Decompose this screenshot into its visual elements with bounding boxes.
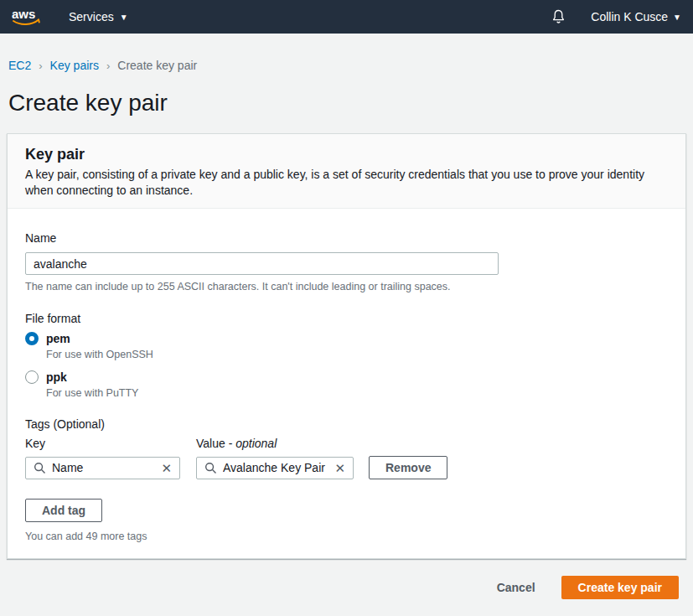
chevron-down-icon: ▼ — [120, 13, 128, 22]
key-pair-card: Key pair A key pair, consisting of a pri… — [7, 133, 686, 559]
breadcrumb: EC2 › Key pairs › Create key pair — [0, 34, 693, 72]
radio-option-ppk: ppk For use with PuTTY — [25, 370, 669, 400]
breadcrumb-separator-icon: › — [106, 60, 110, 72]
radio-ppk[interactable]: ppk — [25, 370, 669, 385]
aws-logo-icon: aws — [10, 6, 42, 28]
name-helper-text: The name can include up to 255 ASCII cha… — [25, 280, 669, 293]
clear-key-icon[interactable]: ✕ — [161, 462, 172, 474]
tag-key-label: Key — [25, 437, 196, 450]
bell-icon — [551, 9, 566, 24]
top-navbar: aws Services ▼ Collin K Cusce ▼ — [0, 0, 693, 34]
radio-ppk-description: For use with PuTTY — [46, 386, 669, 400]
services-menu-label: Services — [69, 10, 114, 23]
tag-value-optional-label: optional — [235, 437, 277, 450]
breadcrumb-separator-icon: › — [39, 60, 42, 72]
search-icon — [204, 462, 217, 474]
breadcrumb-current: Create key pair — [117, 59, 197, 72]
tags-helper-text: You can add 49 more tags — [25, 530, 669, 543]
radio-ppk-label: ppk — [46, 370, 67, 385]
user-name: Collin K Cusce — [591, 10, 668, 23]
radio-unselected-icon[interactable] — [25, 370, 39, 384]
tag-key-input[interactable] — [52, 461, 155, 474]
breadcrumb-link-ec2[interactable]: EC2 — [8, 59, 31, 72]
tag-editor-row: ✕ ✕ Remove — [25, 456, 669, 479]
page-title: Create key pair — [8, 89, 693, 116]
aws-logo[interactable]: aws — [10, 6, 42, 28]
breadcrumb-link-key-pairs[interactable]: Key pairs — [50, 59, 99, 72]
file-format-label: File format — [25, 311, 669, 326]
tag-key-field: ✕ — [25, 457, 180, 479]
radio-pem-description: For use with OpenSSH — [46, 348, 669, 361]
card-header: Key pair A key pair, consisting of a pri… — [8, 134, 685, 209]
search-icon — [34, 462, 46, 474]
remove-tag-button[interactable]: Remove — [369, 456, 447, 479]
card-title: Key pair — [25, 146, 669, 163]
radio-option-pem: pem For use with OpenSSH — [25, 331, 669, 361]
tag-value-input[interactable] — [223, 461, 328, 474]
add-tag-button[interactable]: Add tag — [25, 499, 102, 522]
radio-pem[interactable]: pem — [25, 331, 669, 346]
clear-value-icon[interactable]: ✕ — [334, 462, 345, 474]
tag-value-label: Value - optional — [196, 437, 277, 450]
footer-actions: Cancel Create key pair — [0, 576, 679, 599]
svg-text:aws: aws — [12, 7, 35, 21]
tags-section-label: Tags (Optional) — [25, 417, 669, 432]
card-description: A key pair, consisting of a private key … — [25, 167, 662, 199]
tag-column-labels: Key Value - optional — [25, 437, 669, 450]
radio-selected-icon[interactable] — [25, 332, 39, 345]
user-menu[interactable]: Collin K Cusce ▼ — [591, 10, 681, 23]
tag-value-field: ✕ — [196, 457, 354, 479]
services-menu[interactable]: Services ▼ — [69, 10, 128, 23]
create-key-pair-button[interactable]: Create key pair — [561, 576, 679, 599]
radio-pem-label: pem — [46, 331, 70, 346]
chevron-down-icon: ▼ — [673, 13, 681, 22]
notifications-button[interactable] — [551, 9, 566, 24]
name-label: Name — [25, 230, 669, 246]
name-input[interactable] — [25, 252, 499, 275]
card-body: Name The name can include up to 255 ASCI… — [8, 209, 685, 558]
cancel-button[interactable]: Cancel — [497, 581, 535, 594]
